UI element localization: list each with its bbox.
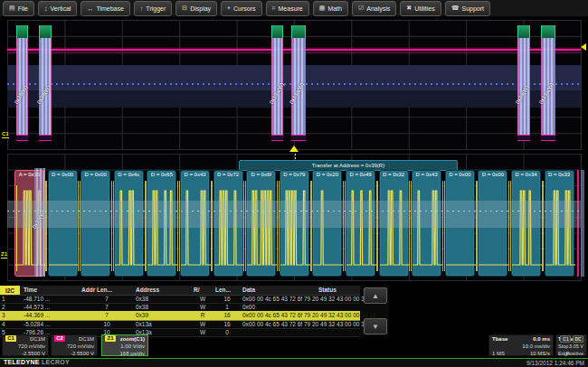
i2c-data-segment: D = 0x32 — [379, 170, 409, 277]
segment-label: D = 0x79 — [280, 172, 308, 177]
i2c-burst-bar: 0x13a(W) — [271, 25, 283, 141]
cell-len: 16 — [215, 321, 239, 327]
menu-item-support[interactable]: ☎Support — [445, 1, 490, 16]
i2c-burst-bar: 0x3a(W) — [517, 25, 530, 141]
segment-label: D = 0x33 — [545, 172, 574, 177]
scroll-down-button[interactable]: ▼ — [364, 318, 387, 334]
cell-data: 0x00 00 4c 65 43 72 6f 79 20 49 32 43 00… — [242, 321, 375, 327]
timebase-samples: 1 MS — [492, 351, 505, 356]
i2c-data-segment: D = 0x20 — [312, 170, 342, 277]
vertical-arrows-icon: ↕ — [44, 5, 48, 12]
segment-label: D = 0x43 — [181, 172, 209, 177]
timebase-scale: 10.0 ms/div — [522, 343, 550, 350]
menu-item-label: Display — [190, 5, 211, 12]
table-scrollbar[interactable]: ▲ ▼ — [364, 286, 387, 336]
oscilloscope-app: ▤File↕Vertical↔Timebase↑Trigger⊟Display⌖… — [0, 0, 588, 367]
c2-descriptor[interactable]: C2DC1M 720 mV/div -2.5500 V — [51, 334, 98, 356]
stop-condition-bar — [581, 170, 584, 277]
i2c-decode-table: I2C TimeAddr Len...AddressR/Len...DataSt… — [0, 286, 389, 336]
timebase-descriptor[interactable]: Tbase0.0 ms 10.0 ms/div 1 MS10 MS/s — [488, 334, 554, 356]
menu-item-vertical[interactable]: ↕Vertical — [38, 1, 77, 16]
segment-label: D = 0x72 — [214, 172, 242, 177]
sda-waveform — [346, 171, 376, 278]
trigger-level-marker[interactable] — [581, 43, 586, 51]
datetime-label: 9/13/2012 1:24:46 PM — [526, 360, 584, 366]
c1-offset: -2.5500 V — [22, 350, 45, 357]
measure-icon: ⌗ — [272, 5, 276, 12]
sda-waveform — [181, 171, 211, 278]
menu-item-measure[interactable]: ⌗Measure — [266, 1, 309, 16]
zoom-waveform-grid: Transfer at Address = 0x39(R) A = 0x39D … — [7, 154, 582, 281]
menu-item-cursors[interactable]: ⌖Cursors — [221, 1, 261, 16]
menu-item-math[interactable]: ▦Math — [313, 1, 348, 16]
table-protocol-tag[interactable]: I2C — [0, 286, 20, 295]
menu-item-timebase[interactable]: ↔Timebase — [81, 1, 129, 16]
z1-trace-tag[interactable]: Z1 — [1, 251, 7, 257]
menu-item-display[interactable]: ⊟Display — [175, 1, 217, 16]
cell-len: 16 — [215, 296, 239, 302]
c1-descriptor[interactable]: C1DC1M 720 mV/div -2.5500 V — [2, 334, 49, 356]
cell-addrlen: 10 — [81, 321, 132, 327]
menu-item-file[interactable]: ▤File — [3, 1, 34, 16]
display-icon: ⊟ — [182, 5, 187, 12]
sda-waveform — [512, 171, 542, 278]
burst-stop-cap — [517, 135, 530, 141]
timebase-rate: 10 MS/s — [530, 350, 550, 357]
cell-index: 4 — [2, 321, 5, 327]
cell-len: 1 — [215, 304, 239, 310]
cell-address: 0x39 — [136, 312, 148, 318]
burst-stop-cap — [291, 135, 306, 141]
cell-data: 0x00 00 4c 65 43 72 6f 79 20 49 32 43 00… — [242, 312, 375, 318]
cell-address: 0x38 — [136, 296, 148, 302]
burst-scl-cap — [271, 25, 283, 38]
scroll-up-button[interactable]: ▲ — [364, 287, 387, 304]
segment-label: D = 0x34 — [512, 172, 540, 177]
i2c-data-segment: D = 0x43 — [412, 170, 441, 277]
i2c-data-segment: D = 0x65 — [147, 170, 176, 277]
burst-scl-cap — [16, 25, 28, 38]
segment-label: D = 0x00 — [479, 172, 507, 177]
column-header-address: Address — [136, 287, 159, 293]
i2c-data-segment: D = 0x00 — [81, 170, 110, 277]
cell-addrlen: 7 — [81, 312, 132, 318]
cell-time: -48.710 ... — [24, 296, 50, 302]
trigger-time-marker[interactable] — [289, 146, 299, 152]
menu-item-label: Analysis — [366, 5, 390, 12]
menu-item-analysis[interactable]: ☑Analysis — [352, 1, 396, 16]
i2c-burst-bar: 0x13a(W) — [541, 25, 555, 141]
segment-label: D = 0x20 — [313, 172, 341, 177]
z1-badge: Z1 — [105, 335, 116, 342]
start-condition-label: 0x39(W) — [32, 209, 47, 230]
menu-item-utilities[interactable]: ✖Utilities — [400, 1, 441, 16]
cell-addrlen: 7 — [81, 296, 132, 302]
burst-stop-cap — [16, 135, 28, 141]
utilities-icon: ✖ — [406, 5, 412, 12]
sda-waveform — [545, 171, 575, 278]
menu-item-trigger[interactable]: ↑Trigger — [134, 1, 172, 16]
segment-label: D = 0x6f — [247, 172, 275, 177]
z1-descriptor[interactable]: Z1zoom(C1) 1.00 V/div 168 µs/div — [101, 334, 148, 356]
cell-index: 1 — [2, 296, 5, 302]
math-icon: ▦ — [319, 5, 326, 12]
menu-item-label: Math — [327, 5, 342, 12]
cell-time: -5.0284 ... — [24, 321, 50, 327]
cell-addrlen: 7 — [81, 304, 132, 310]
sda-waveform — [115, 171, 145, 278]
cell-index: 2 — [2, 304, 5, 310]
burst-scl-cap — [291, 25, 306, 38]
z1-title: zoom(C1) — [120, 335, 145, 343]
trigger-level: 3.05 V — [569, 343, 583, 350]
brand-logo: TELEDYNE LECROY — [4, 359, 70, 365]
sda-waveform — [380, 171, 410, 278]
timebase-delay: 0.0 ms — [533, 335, 550, 343]
cell-time: -44.369 ... — [24, 312, 50, 318]
trigger-position-dash — [295, 154, 296, 160]
z1-scale: 1.00 V/div — [120, 343, 145, 350]
c1-trace-tag[interactable]: C1 — [2, 131, 9, 136]
column-header-r: R/ — [194, 287, 200, 293]
menu-bar: ▤File↕Vertical↔Timebase↑Trigger⊟Display⌖… — [0, 0, 588, 17]
trigger-descriptor[interactable]: TriggerC1 DC Stop3.05 V EdgePositive — [555, 334, 587, 356]
burst-scl-cap — [39, 25, 52, 38]
cell-len: 0 — [215, 329, 239, 335]
trigger-arrow-icon: ↑ — [140, 5, 144, 12]
